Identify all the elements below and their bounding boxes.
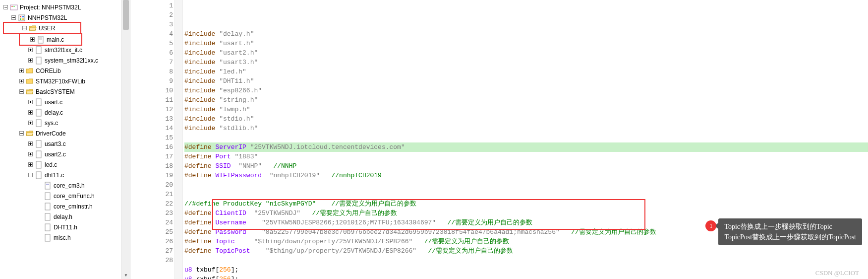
tree-file[interactable]: usart.c [2,97,130,107]
code-line[interactable]: #include "usart.h" [184,39,868,48]
svg-rect-62 [36,161,41,168]
svg-rect-67 [46,184,49,185]
code-line[interactable]: #include "usart2.h" [184,48,868,58]
tree-file[interactable]: system_stm32l1xx.c [2,55,130,66]
code-line[interactable]: #include "stdlib.h" [184,124,868,133]
code-editor[interactable]: 1234567891011121314151617181920212223242… [130,0,868,279]
tree-folder-user[interactable]: USER [3,22,81,34]
expand-icon[interactable] [18,68,25,74]
scroll-down-icon[interactable]: ▼ [122,271,130,279]
folder-open-icon [26,130,34,138]
code-line[interactable]: #include "esp8266.h" [184,86,868,95]
tree-file[interactable]: misc.h [2,232,130,243]
project-tree[interactable]: Project: NNHPSTM32L NNHPSTM32L USER [0,0,130,245]
svg-rect-68 [45,193,50,200]
folder-icon [26,67,34,75]
tree-file[interactable]: led.c [2,159,130,170]
expand-icon[interactable] [18,78,25,85]
expand-icon[interactable] [27,120,34,127]
code-line[interactable]: #define TopicPost "$thing/up/property/25… [184,246,868,256]
expand-icon[interactable] [27,47,34,54]
code-line[interactable]: u8 rxbuf[256]; [184,275,868,279]
callout-line: TopicPost替换成上一步骤获取到的TopicPost [724,232,856,242]
code-line[interactable]: #define ClientID "25VTKW5NDJ" //需要定义为用户自… [184,209,868,218]
tree-scrollbar[interactable]: ▲ ▼ [121,0,130,279]
code-line[interactable]: u8 txbuf[256]; [184,265,868,275]
expand-icon[interactable] [29,36,36,43]
code-line[interactable] [184,180,868,190]
tree-folder-stm32fw[interactable]: STM32F10xFWLib [2,76,130,86]
svg-rect-8 [20,16,21,17]
project-tree-panel[interactable]: Project: NNHPSTM32L NNHPSTM32L USER [0,0,130,279]
tree-file[interactable]: DHT11.h [2,222,130,232]
svg-rect-2 [10,5,17,10]
callout-text: Topic替换成上一步骤获取到的Topic TopicPost替换成上一步骤获取… [718,218,862,245]
code-line[interactable]: #include "led.h" [184,67,868,76]
expand-icon[interactable] [27,140,34,147]
svg-rect-48 [36,120,41,127]
tree-file[interactable]: delay.h [2,211,130,222]
code-line[interactable]: //#define ProductKey "n1cSkymPGYD" //需要定… [184,199,868,209]
tree-file[interactable]: core_cmFunc.h [2,191,130,201]
file-label: main.c [47,36,64,43]
tree-root[interactable]: Project: NNHPSTM32L [2,2,130,12]
scroll-thumb[interactable] [123,0,129,30]
tree-folder-drivercode[interactable]: DriverCode [2,128,130,139]
file-label: usart2.c [45,151,66,158]
code-line[interactable]: #define ServerIP "25VTKW5NDJ.iotcloud.te… [184,142,868,152]
tree-folder-basicsystem[interactable]: BasicSYSTEM [2,86,130,97]
tree-file[interactable]: stm32l1xx_it.c [2,45,130,55]
expand-icon[interactable] [27,172,34,179]
tree-file[interactable]: usart2.c [2,149,130,159]
code-line[interactable]: #include "lwmp.h" [184,105,868,114]
watermark: CSDN @LCIOT [815,269,859,277]
expand-icon[interactable] [10,14,17,21]
code-line[interactable]: #include "DHT11.h" [184,76,868,86]
tree-target[interactable]: NNHPSTM32L [2,12,130,23]
target-icon [18,14,26,22]
tree-file-dht11[interactable]: dht11.c [2,170,130,180]
file-label: delay.c [45,109,63,116]
code-line[interactable]: #include "stdio.h" [184,114,868,124]
tree-file-main-c[interactable]: main.c [19,33,82,46]
expand-icon[interactable] [18,88,25,95]
expand-icon[interactable] [27,99,34,106]
tree-file[interactable]: core_cmInstr.h [2,201,130,211]
svg-rect-40 [36,99,41,106]
expand-icon[interactable] [27,109,34,116]
code-line[interactable] [184,190,868,199]
svg-rect-65 [36,172,41,179]
expand-icon[interactable] [2,4,9,11]
file-label: DHT11.h [54,224,77,231]
expand-icon[interactable] [27,161,34,168]
h-file-icon [44,203,52,210]
code-line[interactable]: #define SSID "NNHP" //NNHP [184,161,868,171]
svg-rect-10 [20,18,21,20]
code-line[interactable]: #include "delay.h" [184,29,868,39]
expand-icon[interactable] [27,151,34,158]
code-line[interactable]: #define Port "1883" [184,152,868,161]
project-label: Project: NNHPSTM32L [20,4,81,11]
folder-label: USER [39,25,55,32]
code-line[interactable]: #define WIFIPassword "nnhpTCH2019" //nnh… [184,171,868,180]
c-file-icon [37,36,45,44]
code-line[interactable]: #include "string.h" [184,95,868,105]
code-line[interactable]: #include "usart3.h" [184,58,868,67]
target-label: NNHPSTM32L [28,14,67,21]
expand-icon[interactable] [18,130,25,137]
h-file-icon [44,234,52,242]
folder-icon [26,77,34,85]
code-line[interactable] [184,133,868,142]
svg-rect-66 [45,182,50,189]
tree-file[interactable]: sys.c [2,118,130,128]
tree-folder-corelib[interactable]: CORELib [2,66,130,76]
tree-file[interactable]: delay.c [2,107,130,118]
tree-file[interactable]: usart3.c [2,139,130,149]
code-line[interactable] [184,256,868,265]
svg-rect-69 [45,203,50,210]
folder-label: CORELib [36,68,61,74]
expand-icon[interactable] [27,57,34,64]
tree-file[interactable]: core_cm3.h [2,180,130,191]
expand-icon[interactable] [21,25,28,32]
c-file-icon [35,161,43,169]
